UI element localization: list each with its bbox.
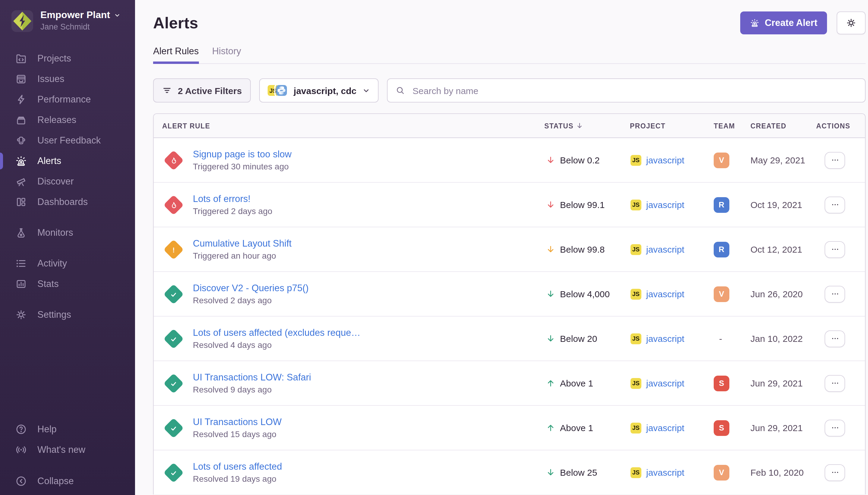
row-actions-button[interactable] <box>824 196 845 213</box>
alert-rule-note: Triggered 30 minutes ago <box>193 161 292 171</box>
alert-rule-link[interactable]: UI Transactions LOW: Safari <box>193 372 311 383</box>
alert-rule-note: Resolved 15 days ago <box>193 429 282 439</box>
team-avatar: S <box>714 420 729 436</box>
sidebar-item-help[interactable]: Help <box>0 419 135 440</box>
active-filters-label: 2 Active Filters <box>178 85 242 96</box>
table-row: Signup page is too slow Triggered 30 min… <box>154 138 865 183</box>
javascript-platform-icon: JS <box>630 378 641 389</box>
javascript-platform-icon: JS <box>630 244 641 255</box>
sidebar-item-activity[interactable]: Activity <box>0 253 135 274</box>
active-filters-button[interactable]: 2 Active Filters <box>153 79 251 102</box>
org-switcher[interactable]: Empower Plant <box>40 10 120 20</box>
alert-rule-link[interactable]: Lots of users affected <box>193 461 282 472</box>
status-threshold: Below 20 <box>560 334 597 344</box>
filter-bar: 2 Active Filters JS javascript, cdc <box>153 79 866 102</box>
search-field <box>387 79 866 102</box>
alert-rule-link[interactable]: Lots of errors! <box>193 193 273 204</box>
row-actions-button[interactable] <box>824 286 845 302</box>
table-row: UI Transactions LOW: Safari Resolved 9 d… <box>154 361 865 406</box>
sidebar-item-discover[interactable]: Discover <box>0 171 135 192</box>
alert-rule-link[interactable]: Lots of users affected (excludes reque… <box>193 327 361 338</box>
alert-rule-link[interactable]: UI Transactions LOW <box>193 416 282 427</box>
chevron-down-icon <box>114 12 120 18</box>
no-team-dash: - <box>714 334 722 344</box>
sidebar-footer: HelpWhat's newCollapse <box>0 419 135 495</box>
collapse-icon <box>15 475 27 487</box>
create-alert-button[interactable]: Create Alert <box>740 12 827 34</box>
status-threshold: Above 1 <box>560 378 593 388</box>
status-threshold: Below 99.1 <box>560 200 605 210</box>
sidebar-item-projects[interactable]: Projects <box>0 48 135 69</box>
dashboard-icon <box>15 196 27 208</box>
project-filter-value: javascript, cdc <box>294 85 356 96</box>
alert-rule-link[interactable]: Cumulative Layout Shift <box>193 238 292 249</box>
search-input[interactable] <box>411 85 857 96</box>
project-link[interactable]: javascript <box>646 467 684 478</box>
user-name: Jane Schmidt <box>40 22 120 31</box>
tab-bar: Alert Rules History <box>153 46 866 64</box>
sidebar-item-performance[interactable]: Performance <box>0 89 135 110</box>
sidebar-item-collapse[interactable]: Collapse <box>0 471 135 491</box>
created-date: Jun 29, 2021 <box>750 378 816 388</box>
sidebar-item-alerts[interactable]: Alerts <box>0 151 135 171</box>
arrow-down-icon <box>546 200 555 209</box>
project-link[interactable]: javascript <box>646 423 684 433</box>
feedback-icon <box>15 134 27 147</box>
column-header-created: Created <box>750 122 816 129</box>
gear-icon <box>15 309 27 321</box>
table-row: Lots of errors! Triggered 2 days ago Bel… <box>154 183 865 227</box>
arrow-down-icon <box>546 468 555 477</box>
project-link[interactable]: javascript <box>646 200 684 210</box>
tab-alert-rules[interactable]: Alert Rules <box>153 46 199 63</box>
archive-icon <box>15 114 27 126</box>
arrow-down-icon <box>546 245 555 254</box>
project-link[interactable]: javascript <box>646 289 684 299</box>
alert-rule-note: Triggered 2 days ago <box>193 206 273 216</box>
table-body: Signup page is too slow Triggered 30 min… <box>154 138 865 494</box>
sidebar-item-issues[interactable]: Issues <box>0 69 135 89</box>
project-link[interactable]: javascript <box>646 334 684 344</box>
org-name: Empower Plant <box>40 10 110 20</box>
project-link[interactable]: javascript <box>646 378 684 388</box>
alert-rule-note: Resolved 9 days ago <box>193 385 311 394</box>
main-content: Alerts Create Alert Alert Rules History … <box>135 0 868 495</box>
row-actions-button[interactable] <box>824 375 845 392</box>
severity-diamond-icon <box>163 150 184 170</box>
severity-diamond-icon <box>163 417 184 438</box>
sidebar-item-releases[interactable]: Releases <box>0 110 135 130</box>
alert-rule-link[interactable]: Signup page is too slow <box>193 149 292 160</box>
project-filter-dropdown[interactable]: JS javascript, cdc <box>259 79 379 102</box>
arrow-up-icon <box>546 423 555 432</box>
row-actions-button[interactable] <box>824 241 845 258</box>
sidebar-item-user-feedback[interactable]: User Feedback <box>0 130 135 151</box>
column-header-status[interactable]: Status <box>544 122 630 130</box>
sidebar-item-stats[interactable]: Stats <box>0 274 135 294</box>
project-link[interactable]: javascript <box>646 244 684 254</box>
table-row: Lots of users affected Resolved 19 days … <box>154 450 865 494</box>
javascript-platform-icon: JS <box>630 467 641 478</box>
project-link[interactable]: javascript <box>646 155 684 165</box>
sidebar-item-what-s-new[interactable]: What's new <box>0 440 135 460</box>
alert-rule-link[interactable]: Discover V2 - Queries p75() <box>193 283 309 294</box>
alerts-settings-button[interactable] <box>837 12 866 34</box>
row-actions-button[interactable] <box>824 330 845 347</box>
column-header-team: Team <box>714 122 750 129</box>
created-date: Jun 26, 2020 <box>750 289 816 299</box>
alert-rule-note: Triggered an hour ago <box>193 251 292 260</box>
row-actions-button[interactable] <box>824 152 845 169</box>
row-actions-button[interactable] <box>824 464 845 481</box>
sidebar-item-settings[interactable]: Settings <box>0 305 135 325</box>
arrow-up-icon <box>546 379 555 388</box>
row-actions-button[interactable] <box>824 419 845 436</box>
telescope-icon <box>15 175 27 188</box>
arrow-down-icon <box>546 334 555 343</box>
sidebar-nav: ProjectsIssuesPerformanceReleasesUser Fe… <box>0 48 135 335</box>
created-date: Oct 12, 2021 <box>750 244 816 254</box>
team-avatar: R <box>714 197 729 212</box>
javascript-platform-icon: JS <box>630 289 641 300</box>
created-date: Jan 10, 2022 <box>750 334 816 344</box>
sidebar-item-dashboards[interactable]: Dashboards <box>0 192 135 212</box>
sidebar-item-monitors[interactable]: Monitors <box>0 222 135 243</box>
status-threshold: Above 1 <box>560 423 593 433</box>
tab-history[interactable]: History <box>212 46 241 63</box>
